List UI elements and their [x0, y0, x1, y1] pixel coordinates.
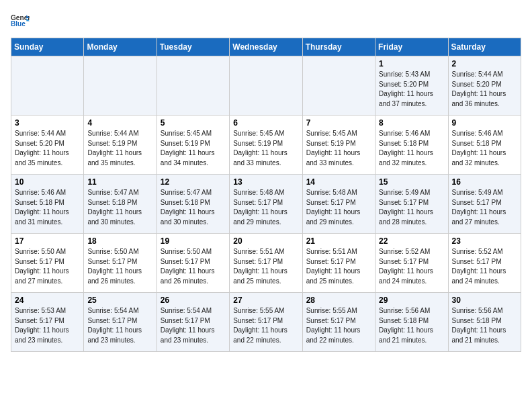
svg-text:Blue: Blue	[11, 20, 26, 28]
calendar-cell: 2Sunrise: 5:44 AM Sunset: 5:20 PM Daylig…	[448, 56, 521, 116]
day-info: Sunrise: 5:52 AM Sunset: 5:17 PM Dayligh…	[379, 247, 444, 286]
calendar-cell: 8Sunrise: 5:46 AM Sunset: 5:18 PM Daylig…	[375, 116, 448, 175]
day-info: Sunrise: 5:51 AM Sunset: 5:17 PM Dayligh…	[233, 247, 298, 286]
calendar-week-row: 17Sunrise: 5:50 AM Sunset: 5:17 PM Dayli…	[11, 234, 521, 293]
day-number: 25	[87, 295, 152, 305]
weekday-header: Friday	[375, 38, 448, 56]
day-number: 3	[15, 118, 80, 128]
day-number: 8	[379, 118, 444, 128]
day-number: 28	[306, 295, 371, 305]
calendar-cell: 15Sunrise: 5:49 AM Sunset: 5:17 PM Dayli…	[375, 175, 448, 234]
calendar-cell: 3Sunrise: 5:44 AM Sunset: 5:20 PM Daylig…	[11, 116, 84, 175]
calendar-cell: 10Sunrise: 5:46 AM Sunset: 5:18 PM Dayli…	[11, 175, 84, 234]
calendar-cell: 5Sunrise: 5:45 AM Sunset: 5:19 PM Daylig…	[157, 116, 229, 175]
calendar-week-row: 3Sunrise: 5:44 AM Sunset: 5:20 PM Daylig…	[11, 116, 521, 175]
day-number: 2	[452, 59, 517, 68]
day-info: Sunrise: 5:55 AM Sunset: 5:17 PM Dayligh…	[233, 306, 298, 345]
logo-icon: General Blue	[11, 11, 30, 30]
day-info: Sunrise: 5:46 AM Sunset: 5:18 PM Dayligh…	[15, 188, 80, 227]
day-info: Sunrise: 5:45 AM Sunset: 5:19 PM Dayligh…	[161, 129, 226, 168]
calendar-cell	[84, 56, 157, 116]
page-header: General Blue	[11, 11, 521, 30]
day-number: 16	[452, 177, 517, 187]
day-number: 10	[15, 177, 80, 187]
day-number: 9	[452, 118, 517, 128]
day-number: 14	[306, 177, 371, 187]
day-info: Sunrise: 5:56 AM Sunset: 5:18 PM Dayligh…	[379, 306, 444, 345]
calendar-cell: 14Sunrise: 5:48 AM Sunset: 5:17 PM Dayli…	[302, 175, 375, 234]
calendar-cell: 17Sunrise: 5:50 AM Sunset: 5:17 PM Dayli…	[11, 234, 84, 293]
calendar-cell: 29Sunrise: 5:56 AM Sunset: 5:18 PM Dayli…	[375, 293, 448, 352]
calendar-cell: 4Sunrise: 5:44 AM Sunset: 5:19 PM Daylig…	[84, 116, 157, 175]
calendar-cell: 16Sunrise: 5:49 AM Sunset: 5:17 PM Dayli…	[448, 175, 521, 234]
calendar-cell	[157, 56, 229, 116]
day-info: Sunrise: 5:50 AM Sunset: 5:17 PM Dayligh…	[15, 247, 80, 286]
day-number: 6	[233, 118, 298, 128]
day-number: 23	[452, 236, 517, 246]
day-info: Sunrise: 5:46 AM Sunset: 5:18 PM Dayligh…	[379, 129, 444, 168]
day-number: 12	[161, 177, 226, 187]
weekday-header: Thursday	[302, 38, 375, 56]
day-number: 29	[379, 295, 444, 305]
day-info: Sunrise: 5:43 AM Sunset: 5:20 PM Dayligh…	[379, 70, 444, 109]
calendar-cell: 24Sunrise: 5:53 AM Sunset: 5:17 PM Dayli…	[11, 293, 84, 352]
calendar-week-row: 10Sunrise: 5:46 AM Sunset: 5:18 PM Dayli…	[11, 175, 521, 234]
day-number: 15	[379, 177, 444, 187]
day-info: Sunrise: 5:45 AM Sunset: 5:19 PM Dayligh…	[306, 129, 371, 168]
day-number: 5	[161, 118, 226, 128]
day-number: 4	[87, 118, 152, 128]
day-info: Sunrise: 5:50 AM Sunset: 5:17 PM Dayligh…	[87, 247, 152, 286]
day-info: Sunrise: 5:46 AM Sunset: 5:18 PM Dayligh…	[452, 129, 517, 168]
calendar-cell: 27Sunrise: 5:55 AM Sunset: 5:17 PM Dayli…	[230, 293, 302, 352]
calendar-cell: 11Sunrise: 5:47 AM Sunset: 5:18 PM Dayli…	[84, 175, 157, 234]
calendar-cell: 20Sunrise: 5:51 AM Sunset: 5:17 PM Dayli…	[230, 234, 302, 293]
day-info: Sunrise: 5:45 AM Sunset: 5:19 PM Dayligh…	[233, 129, 298, 168]
day-number: 17	[15, 236, 80, 246]
calendar-body: 1Sunrise: 5:43 AM Sunset: 5:20 PM Daylig…	[11, 56, 521, 352]
calendar-cell: 22Sunrise: 5:52 AM Sunset: 5:17 PM Dayli…	[375, 234, 448, 293]
day-number: 24	[15, 295, 80, 305]
calendar-cell: 28Sunrise: 5:55 AM Sunset: 5:17 PM Dayli…	[302, 293, 375, 352]
day-info: Sunrise: 5:49 AM Sunset: 5:17 PM Dayligh…	[379, 188, 444, 227]
day-number: 18	[87, 236, 152, 246]
calendar-cell: 25Sunrise: 5:54 AM Sunset: 5:17 PM Dayli…	[84, 293, 157, 352]
day-info: Sunrise: 5:49 AM Sunset: 5:17 PM Dayligh…	[452, 188, 517, 227]
day-number: 20	[233, 236, 298, 246]
weekday-header: Wednesday	[230, 38, 302, 56]
calendar-cell: 7Sunrise: 5:45 AM Sunset: 5:19 PM Daylig…	[302, 116, 375, 175]
calendar-cell: 1Sunrise: 5:43 AM Sunset: 5:20 PM Daylig…	[375, 56, 448, 116]
day-info: Sunrise: 5:50 AM Sunset: 5:17 PM Dayligh…	[161, 247, 226, 286]
day-number: 11	[87, 177, 152, 187]
calendar-cell: 12Sunrise: 5:47 AM Sunset: 5:18 PM Dayli…	[157, 175, 229, 234]
day-number: 7	[306, 118, 371, 128]
calendar-cell: 19Sunrise: 5:50 AM Sunset: 5:17 PM Dayli…	[157, 234, 229, 293]
calendar-cell	[11, 56, 84, 116]
day-info: Sunrise: 5:47 AM Sunset: 5:18 PM Dayligh…	[87, 188, 152, 227]
calendar-cell: 9Sunrise: 5:46 AM Sunset: 5:18 PM Daylig…	[448, 116, 521, 175]
weekday-header: Tuesday	[157, 38, 229, 56]
day-info: Sunrise: 5:51 AM Sunset: 5:17 PM Dayligh…	[306, 247, 371, 286]
calendar-week-row: 1Sunrise: 5:43 AM Sunset: 5:20 PM Daylig…	[11, 56, 521, 116]
day-info: Sunrise: 5:44 AM Sunset: 5:20 PM Dayligh…	[452, 70, 517, 109]
weekday-header-row: SundayMondayTuesdayWednesdayThursdayFrid…	[11, 38, 521, 56]
day-info: Sunrise: 5:56 AM Sunset: 5:18 PM Dayligh…	[452, 306, 517, 345]
calendar-cell: 6Sunrise: 5:45 AM Sunset: 5:19 PM Daylig…	[230, 116, 302, 175]
day-number: 27	[233, 295, 298, 305]
calendar-cell: 23Sunrise: 5:52 AM Sunset: 5:17 PM Dayli…	[448, 234, 521, 293]
calendar-cell	[302, 56, 375, 116]
calendar-cell	[230, 56, 302, 116]
calendar-cell: 18Sunrise: 5:50 AM Sunset: 5:17 PM Dayli…	[84, 234, 157, 293]
day-info: Sunrise: 5:44 AM Sunset: 5:19 PM Dayligh…	[87, 129, 152, 168]
calendar-cell: 26Sunrise: 5:54 AM Sunset: 5:17 PM Dayli…	[157, 293, 229, 352]
day-number: 1	[379, 59, 444, 68]
calendar-week-row: 24Sunrise: 5:53 AM Sunset: 5:17 PM Dayli…	[11, 293, 521, 352]
day-number: 26	[161, 295, 226, 305]
day-info: Sunrise: 5:54 AM Sunset: 5:17 PM Dayligh…	[87, 306, 152, 345]
day-info: Sunrise: 5:48 AM Sunset: 5:17 PM Dayligh…	[306, 188, 371, 227]
day-number: 22	[379, 236, 444, 246]
calendar-cell: 21Sunrise: 5:51 AM Sunset: 5:17 PM Dayli…	[302, 234, 375, 293]
day-info: Sunrise: 5:52 AM Sunset: 5:17 PM Dayligh…	[452, 247, 517, 286]
day-info: Sunrise: 5:47 AM Sunset: 5:18 PM Dayligh…	[161, 188, 226, 227]
day-info: Sunrise: 5:53 AM Sunset: 5:17 PM Dayligh…	[15, 306, 80, 345]
day-info: Sunrise: 5:44 AM Sunset: 5:20 PM Dayligh…	[15, 129, 80, 168]
